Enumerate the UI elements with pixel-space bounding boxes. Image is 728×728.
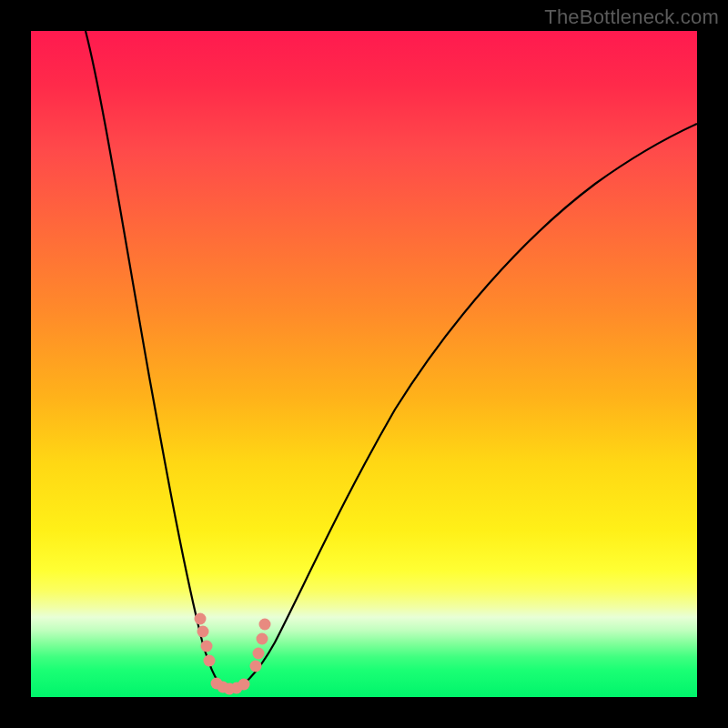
data-marker xyxy=(197,626,209,638)
data-marker xyxy=(250,661,262,672)
curve-left-branch xyxy=(86,31,229,692)
data-marker xyxy=(257,633,268,645)
data-marker xyxy=(204,655,216,667)
data-marker xyxy=(259,619,271,631)
data-marker xyxy=(195,613,207,625)
data-marker xyxy=(201,641,213,652)
curve-right-branch xyxy=(229,124,697,692)
data-marker xyxy=(253,648,265,660)
data-marker xyxy=(238,679,250,691)
watermark-text: TheBottleneck.com xyxy=(544,5,719,29)
chart-plot-area xyxy=(31,31,697,697)
chart-svg xyxy=(31,31,697,697)
